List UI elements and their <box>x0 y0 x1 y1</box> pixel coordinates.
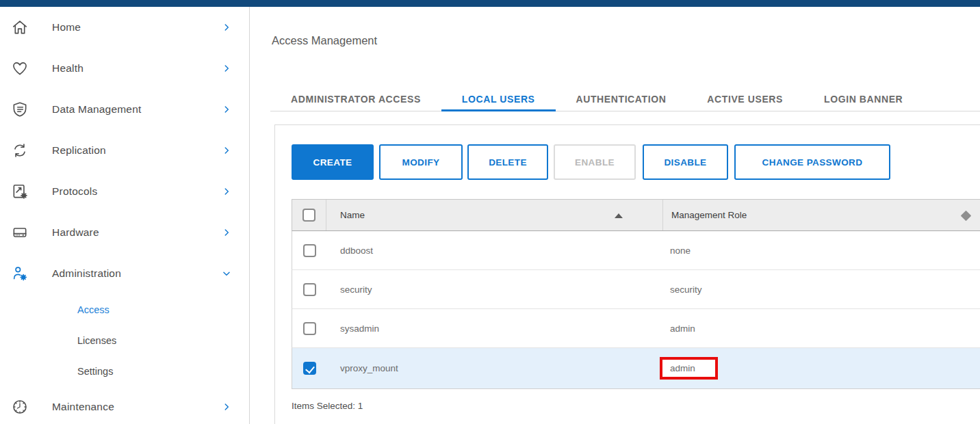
modify-button[interactable]: MODIFY <box>379 144 463 180</box>
tab-active-users[interactable]: ACTIVE USERS <box>686 87 803 111</box>
table-row-ddboost[interactable]: ddboost none <box>292 231 980 270</box>
row-checkbox[interactable] <box>303 283 316 296</box>
sidebar-subitem-access[interactable]: Access <box>0 294 249 325</box>
chevron-right-icon <box>222 105 231 114</box>
user-role: none <box>663 246 980 256</box>
sort-ascending-icon[interactable] <box>615 213 623 218</box>
user-gear-icon <box>11 265 29 282</box>
select-all-checkbox[interactable] <box>302 209 315 222</box>
user-name: security <box>326 284 663 295</box>
tab-local-users[interactable]: LOCAL USERS <box>441 87 556 111</box>
column-header-name[interactable]: Name <box>326 200 663 230</box>
create-button[interactable]: CREATE <box>292 144 374 180</box>
sidebar-subitem-label: Settings <box>77 366 113 377</box>
sidebar-item-label: Home <box>52 21 222 34</box>
sidebar-subitem-licenses[interactable]: Licenses <box>0 325 249 356</box>
user-name: sysadmin <box>326 323 663 334</box>
tab-bar: ADMINISTRATOR ACCESS LOCAL USERS AUTHENT… <box>270 87 980 111</box>
heart-icon <box>11 59 29 77</box>
sidebar-item-label: Administration <box>52 267 222 280</box>
change-password-button[interactable]: CHANGE PASSWORD <box>734 144 890 180</box>
drive-icon <box>11 224 29 241</box>
sidebar-item-health[interactable]: Health <box>0 48 249 89</box>
sidebar-item-home[interactable]: Home <box>0 7 249 48</box>
row-checkbox[interactable] <box>303 244 316 257</box>
home-icon <box>11 18 29 36</box>
chevron-right-icon <box>222 146 231 155</box>
row-checkbox[interactable] <box>303 322 316 335</box>
chevron-right-icon <box>222 187 231 196</box>
local-users-table: Name Management Role ddboost none secur <box>292 199 980 389</box>
sync-icon <box>11 142 29 159</box>
local-users-panel: CREATE MODIFY DELETE ENABLE DISABLE CHAN… <box>274 124 980 424</box>
table-header-row: Name Management Role <box>292 199 980 231</box>
user-name: ddboost <box>326 246 663 256</box>
sidebar-subitem-settings[interactable]: Settings <box>0 356 249 386</box>
chevron-down-icon <box>222 269 231 278</box>
sidebar-item-label: Hardware <box>52 226 222 239</box>
red-annotation-box: admin <box>660 357 718 380</box>
sidebar-item-administration[interactable]: Administration <box>0 253 249 294</box>
chevron-right-icon <box>222 23 231 32</box>
enable-button: ENABLE <box>554 144 636 180</box>
top-navy-bar <box>0 0 980 7</box>
items-selected-status: Items Selected: 1 <box>292 401 363 411</box>
app-window: Home Health Data Management Replication <box>0 0 980 424</box>
clock-icon <box>11 398 29 416</box>
user-role: admin <box>663 323 980 334</box>
user-name: vproxy_mount <box>326 363 663 373</box>
sidebar-item-maintenance[interactable]: Maintenance <box>0 386 249 424</box>
sidebar-nav: Home Health Data Management Replication <box>0 7 250 424</box>
sidebar-item-label: Data Management <box>52 103 222 116</box>
sidebar-subitem-label: Access <box>77 304 109 315</box>
shield-icon <box>11 101 29 118</box>
tab-authentication[interactable]: AUTHENTICATION <box>556 87 687 111</box>
document-gear-icon <box>11 183 29 200</box>
tab-login-banner[interactable]: LOGIN BANNER <box>803 87 923 111</box>
table-row-sysadmin[interactable]: sysadmin admin <box>292 309 980 348</box>
tab-administrator-access[interactable]: ADMINISTRATOR ACCESS <box>270 87 441 111</box>
sidebar-item-label: Maintenance <box>52 401 222 413</box>
main-content: Access Management ADMINISTRATOR ACCESS L… <box>250 7 980 424</box>
column-filter-diamond-icon[interactable] <box>961 210 972 221</box>
chevron-right-icon <box>222 402 231 412</box>
user-actions-toolbar: CREATE MODIFY DELETE ENABLE DISABLE CHAN… <box>292 144 890 180</box>
table-row-security[interactable]: security security <box>292 270 980 309</box>
table-row-vproxy-mount[interactable]: vproxy_mount admin <box>292 348 980 389</box>
disable-button[interactable]: DISABLE <box>643 144 728 180</box>
user-role: admin <box>663 357 980 380</box>
user-role: security <box>663 284 980 295</box>
sidebar-item-label: Health <box>52 62 222 75</box>
sidebar-item-protocols[interactable]: Protocols <box>0 171 249 212</box>
chevron-right-icon <box>222 228 231 237</box>
sidebar-subitem-label: Licenses <box>77 335 116 346</box>
sidebar-item-hardware[interactable]: Hardware <box>0 212 249 253</box>
sidebar-item-label: Replication <box>52 144 222 157</box>
sidebar-item-data-management[interactable]: Data Management <box>0 89 249 130</box>
chevron-right-icon <box>222 64 231 73</box>
sidebar-item-replication[interactable]: Replication <box>0 130 249 171</box>
delete-button[interactable]: DELETE <box>467 144 548 180</box>
header-checkbox-cell <box>292 200 326 230</box>
page-title: Access Management <box>272 34 377 47</box>
column-header-management-role[interactable]: Management Role <box>663 200 980 230</box>
sidebar-item-label: Protocols <box>52 185 222 198</box>
row-checkbox-checked[interactable] <box>303 362 316 375</box>
